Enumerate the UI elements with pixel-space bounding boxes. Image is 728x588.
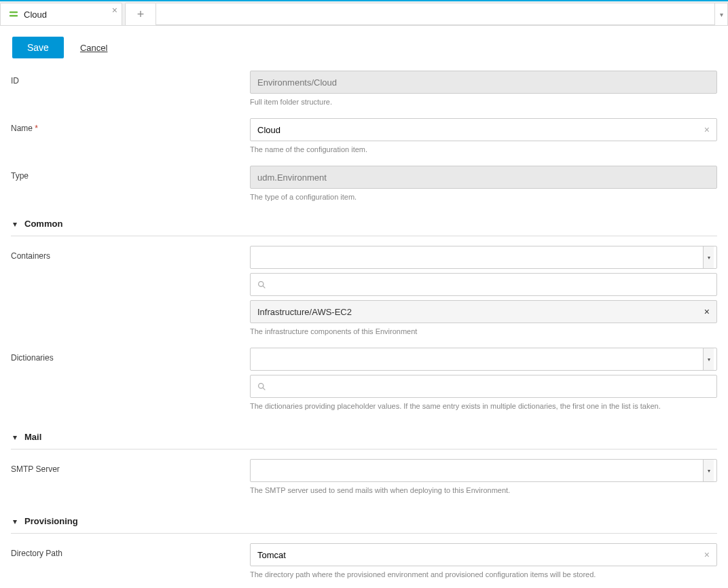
section-provisioning-title: Provisioning — [24, 516, 78, 526]
search-icon — [257, 280, 266, 289]
smtp-select[interactable]: ▾ — [250, 459, 717, 482]
plus-icon: + — [137, 8, 145, 20]
id-field: Environments/Cloud — [250, 71, 717, 94]
chevron-down-icon: ▾ — [708, 356, 710, 363]
chevron-down-icon: ▾ — [708, 255, 710, 261]
content: Save Cancel ID Environments/Cloud Full i… — [0, 26, 728, 588]
containers-search-input[interactable] — [272, 280, 710, 290]
actions-bar: Save Cancel — [12, 37, 717, 58]
form: ID Environments/Cloud Full item folder s… — [11, 71, 717, 588]
save-button[interactable]: Save — [12, 37, 64, 58]
chevron-down-icon: ▾ — [11, 219, 19, 229]
tab-label: Cloud — [24, 10, 47, 20]
search-icon — [257, 382, 266, 391]
chevron-down-icon: ▾ — [720, 11, 723, 18]
dictionaries-search-input[interactable] — [272, 382, 710, 392]
section-mail[interactable]: ▾ Mail — [11, 426, 717, 449]
svg-line-3 — [263, 286, 265, 288]
containers-helper: The infrastructure components of this En… — [250, 327, 717, 335]
chevron-down-icon: ▾ — [11, 517, 19, 526]
close-icon[interactable]: × — [112, 5, 117, 16]
dropdown-handle[interactable]: ▾ — [703, 460, 714, 481]
dictionaries-helper: The dictionaries providing placeholder v… — [250, 402, 717, 410]
dropdown-handle[interactable]: ▾ — [703, 348, 714, 370]
environment-icon — [9, 10, 18, 19]
section-common[interactable]: ▾ Common — [11, 213, 717, 236]
dictionaries-search[interactable] — [250, 375, 717, 398]
tab-cloud[interactable]: Cloud × — [0, 3, 122, 25]
type-value: udm.Environment — [257, 172, 327, 183]
chevron-down-icon: ▾ — [11, 433, 19, 442]
directory-field[interactable]: × — [250, 543, 717, 566]
directory-helper: The directory path where the provisioned… — [250, 570, 717, 578]
svg-rect-1 — [10, 15, 18, 17]
tabbar-dropdown[interactable]: ▾ — [714, 3, 728, 25]
svg-point-2 — [259, 281, 263, 286]
chevron-down-icon: ▾ — [708, 468, 710, 474]
smtp-helper: The SMTP server used to send mails with … — [250, 486, 717, 494]
id-helper: Full item folder structure. — [250, 98, 717, 106]
section-common-title: Common — [24, 219, 62, 229]
id-value: Environments/Cloud — [257, 77, 337, 88]
label-dictionaries: Dictionaries — [11, 348, 242, 422]
dropdown-handle[interactable]: ▾ — [703, 246, 714, 268]
containers-select[interactable]: ▾ — [250, 246, 717, 269]
directory-input[interactable] — [257, 550, 710, 560]
label-id: ID — [11, 71, 242, 118]
svg-rect-0 — [10, 12, 18, 14]
type-field: udm.Environment — [250, 166, 717, 189]
label-containers: Containers — [11, 246, 242, 348]
section-mail-title: Mail — [24, 432, 41, 442]
name-helper: The name of the configuration item. — [250, 145, 717, 153]
dictionaries-select[interactable]: ▾ — [250, 348, 717, 371]
svg-point-4 — [259, 383, 263, 388]
name-field[interactable]: × — [250, 118, 717, 141]
label-type: Type — [11, 166, 242, 213]
tab-add-button[interactable]: + — [125, 3, 156, 25]
cancel-link[interactable]: Cancel — [80, 43, 107, 53]
remove-item-icon[interactable]: × — [704, 306, 710, 317]
tab-bar: Cloud × + ▾ — [0, 1, 728, 26]
label-name: Name — [11, 118, 242, 166]
section-provisioning[interactable]: ▾ Provisioning — [11, 511, 717, 534]
svg-line-5 — [263, 388, 265, 390]
containers-item[interactable]: Infrastructure/AWS-EC2 × — [250, 300, 717, 323]
containers-item-text: Infrastructure/AWS-EC2 — [257, 307, 352, 317]
type-helper: The type of a configuration item. — [250, 193, 717, 201]
label-smtp: SMTP Server — [11, 459, 242, 507]
clear-icon[interactable]: × — [704, 549, 710, 560]
containers-search[interactable] — [250, 273, 717, 296]
label-directory: Directory Path — [11, 543, 242, 588]
tabbar-spacer — [156, 3, 714, 25]
name-input[interactable] — [257, 125, 710, 135]
clear-icon[interactable]: × — [704, 124, 710, 135]
